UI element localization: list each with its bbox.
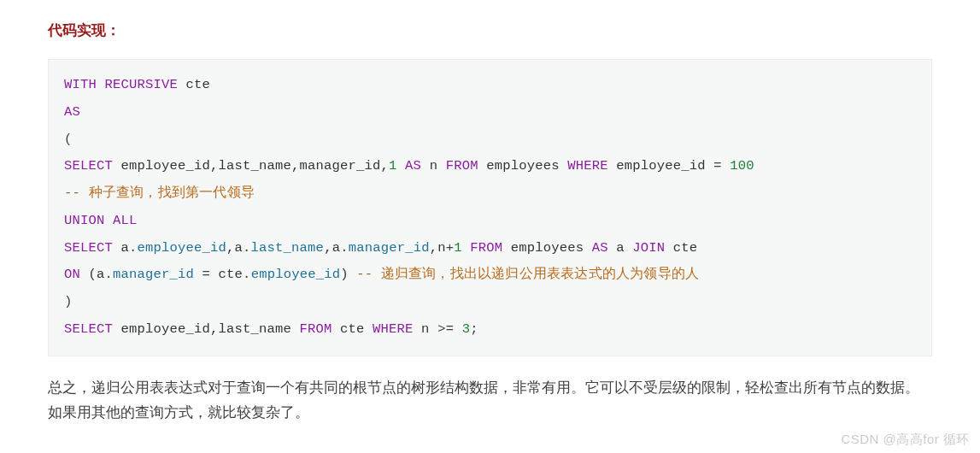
keyword-as3: AS: [592, 240, 608, 256]
keyword-from2: FROM: [470, 240, 502, 256]
keyword-select: SELECT: [64, 158, 113, 174]
paren-open: (: [64, 132, 73, 147]
summary-paragraph: 总之，递归公用表表达式对于查询一个有共同的根节点的树形结构数据，非常有用。它可以…: [48, 375, 932, 427]
keyword-recursive: RECURSIVE: [105, 77, 179, 92]
cte3: cte: [332, 321, 373, 337]
keyword-select2: SELECT: [64, 240, 113, 256]
c2: ,a: [324, 240, 340, 256]
keyword-from3: FROM: [300, 321, 332, 337]
ident-cte: cte: [178, 77, 210, 92]
dot1: .: [129, 240, 138, 256]
keyword-as: AS: [64, 104, 80, 120]
dot5: .: [243, 267, 251, 282]
keyword-select3: SELECT: [64, 321, 113, 337]
dot4: .: [105, 267, 114, 282]
code-block: WITH RECURSIVE cte AS ( SELECT employee_…: [48, 59, 932, 356]
literal-1: 1: [389, 158, 397, 174]
comment: 种子查询，找到第一代领导: [80, 185, 255, 201]
sp2: cte: [210, 267, 243, 282]
alias-n: n: [421, 158, 446, 174]
f3: manager_id: [349, 240, 430, 256]
open: (a: [80, 267, 105, 282]
columns: employee_id,last_name,manager_id,: [113, 158, 389, 174]
literal-100: 100: [722, 158, 754, 174]
paren-close: ): [64, 294, 73, 309]
cte2: cte: [665, 240, 697, 256]
c3: ,n: [430, 240, 446, 256]
alias-a: a: [608, 240, 633, 256]
f5: employee_id: [251, 267, 341, 282]
dot2: .: [243, 240, 251, 256]
cols3: employee_id,last_name: [113, 321, 300, 337]
table: employees: [478, 158, 568, 174]
watermark: CSDN @高高for 循环: [841, 432, 970, 448]
op-eq: =: [713, 158, 722, 174]
gte: >=: [437, 321, 454, 337]
num3: 3: [462, 321, 471, 337]
c1: ,a: [226, 240, 243, 256]
keyword-union: UNION: [64, 213, 105, 228]
keyword-from: FROM: [446, 158, 478, 174]
f4: manager_id: [113, 267, 194, 282]
close: ): [340, 267, 356, 282]
f1: employee_id: [138, 240, 227, 256]
comment-dash: --: [64, 185, 80, 201]
comment-dash2: --: [356, 267, 373, 282]
eq2: =: [202, 267, 211, 282]
f2: last_name: [251, 240, 325, 256]
keyword-where: WHERE: [567, 158, 608, 174]
semi: ;: [470, 321, 478, 337]
sp3: [454, 321, 462, 337]
a1: a: [113, 240, 129, 256]
keyword-all: ALL: [105, 213, 138, 228]
keyword-join: JOIN: [632, 240, 665, 256]
dot3: .: [340, 240, 349, 256]
comment2: 递归查询，找出以递归公用表表达式的人为领导的人: [373, 267, 699, 282]
section-heading: 代码实现：: [48, 21, 932, 40]
cond: employee_id: [608, 158, 714, 174]
keyword-on: ON: [64, 267, 80, 282]
plus: +: [446, 240, 455, 256]
tbl2: employees: [502, 240, 592, 256]
keyword-as2: AS: [405, 158, 421, 174]
keyword-where2: WHERE: [373, 321, 414, 337]
keyword-with: WITH: [64, 77, 97, 92]
sp1: [194, 267, 202, 282]
sp: [462, 240, 471, 256]
n: n: [414, 321, 438, 337]
one2: 1: [454, 240, 462, 256]
